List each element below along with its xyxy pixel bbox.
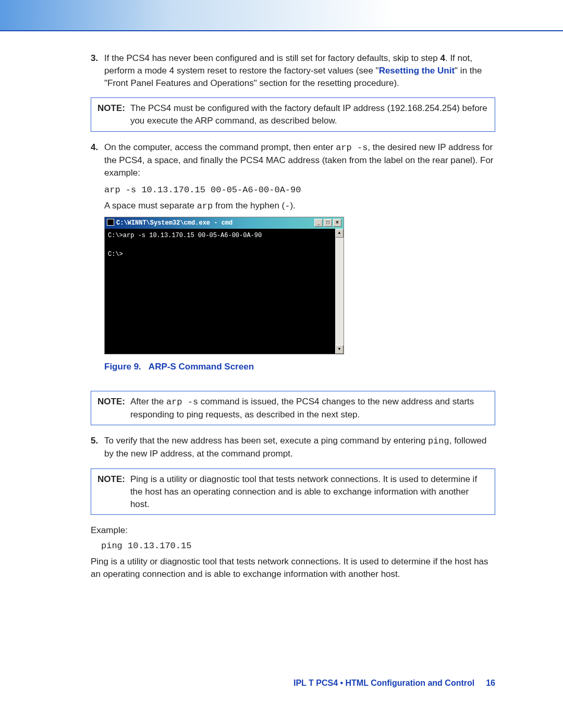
note-box-arp-issued: NOTE: After the arp -s command is issued… <box>91 391 495 426</box>
code-hyphen: - <box>285 201 290 211</box>
cmd-scrollbar[interactable]: ▲ ▼ <box>335 229 344 354</box>
page-footer: IPL T PCS4 • HTML Configuration and Cont… <box>293 677 495 689</box>
figure-number: Figure 9. <box>104 362 141 372</box>
step-5-text-1: To verify that the new address has been … <box>104 436 428 446</box>
close-button[interactable]: × <box>333 219 341 227</box>
note-label: NOTE: <box>97 396 130 408</box>
code-arp-example: arp -s 10.13.170.15 00-05-A6-00-0A-90 <box>104 184 495 196</box>
code-arp-s-inline: arp -s <box>166 397 198 407</box>
maximize-button[interactable]: □ <box>324 219 332 227</box>
step-4-text-1: On the computer, access the command prom… <box>104 142 336 152</box>
cmd-titlebar: C:\WINNT\System32\cmd.exe - cmd _ □ × <box>105 217 344 229</box>
cmd-console-window: C:\WINNT\System32\cmd.exe - cmd _ □ × C:… <box>104 217 344 354</box>
code-arp-s: arp -s <box>336 143 368 153</box>
code-ping-example: ping 10.13.170.15 <box>68 540 495 552</box>
footer-page-number: 16 <box>474 678 495 687</box>
step-4-body: On the computer, access the command prom… <box>104 141 495 382</box>
cmd-title-text: C:\WINNT\System32\cmd.exe - cmd <box>116 219 232 228</box>
note-label: NOTE: <box>97 473 130 486</box>
step-5-number: 5. <box>91 435 104 460</box>
ping-description: Ping is a utility or diagnostic tool tha… <box>68 556 495 581</box>
cmd-terminal-output: C:\>arp -s 10.13.170.15 00-05-A6-00-0A-9… <box>105 229 335 354</box>
cmd-icon <box>107 219 114 226</box>
step-3-number: 3. <box>91 52 104 89</box>
figure-title: ARP-S Command Screen <box>141 362 254 372</box>
step-4-spacenote: A space must separate arp from the hyphe… <box>104 200 495 213</box>
step-4-number: 4. <box>91 141 104 382</box>
example-label: Example: <box>91 524 495 537</box>
note-text-arp-issued: After the arp -s command is issued, the … <box>130 396 488 421</box>
code-arp: arp <box>197 201 213 211</box>
note-box-ping-util: NOTE: Ping is a utility or diagnostic to… <box>91 468 495 515</box>
link-resetting-the-unit[interactable]: Resetting the Unit <box>379 66 455 76</box>
figure-caption: Figure 9.ARP-S Command Screen <box>104 361 495 373</box>
code-ping: ping <box>428 436 449 446</box>
step-5: 5. To verify that the new address has be… <box>68 435 495 460</box>
note-text-ping-util: Ping is a utility or diagnostic tool tha… <box>130 473 488 510</box>
step-3: 3. If the PCS4 has never been configured… <box>68 52 495 89</box>
note-label: NOTE: <box>97 102 130 115</box>
note-text-factory-ip: The PCS4 must be configured with the fac… <box>130 102 488 127</box>
note-box-factory-ip: NOTE: The PCS4 must be configured with t… <box>91 97 495 132</box>
footer-title: IPL T PCS4 • HTML Configuration and Cont… <box>293 678 474 687</box>
minimize-button[interactable]: _ <box>314 219 323 227</box>
scroll-down-button[interactable]: ▼ <box>335 345 344 354</box>
scroll-track[interactable] <box>335 238 344 345</box>
step-3-text-1: If the PCS4 has never been configured an… <box>104 53 440 63</box>
step-4: 4. On the computer, access the command p… <box>68 141 495 382</box>
step-3-step4ref: 4 <box>440 53 445 63</box>
scroll-up-button[interactable]: ▲ <box>335 229 344 238</box>
step-5-body: To verify that the new address has been … <box>104 435 495 460</box>
step-3-body: If the PCS4 has never been configured an… <box>104 52 495 89</box>
top-accent-stripe <box>0 0 563 31</box>
